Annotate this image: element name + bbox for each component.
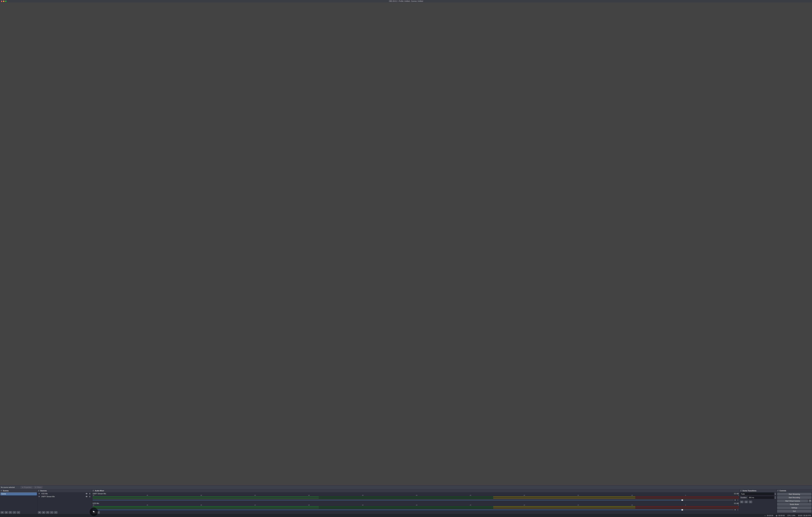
scenes-dock: Scenes Scene [0, 489, 37, 514]
audio-menu-icon[interactable] [737, 499, 739, 501]
controls-dock: Controls Start Streaming Start Recording… [777, 489, 812, 514]
preview-canvas[interactable] [0, 2, 812, 485]
audio-ticks: -60-55-50-45-40-35-30-25-20-15-10-50 [93, 505, 739, 506]
broadcast-icon [764, 515, 766, 517]
scene-filter-button[interactable] [9, 511, 12, 514]
preview-area[interactable] [0, 2, 812, 485]
virtual-camera-settings-button[interactable] [809, 499, 812, 502]
svg-point-10 [750, 502, 751, 502]
svg-point-9 [750, 501, 751, 501]
no-source-label: No source selected [1, 486, 16, 488]
popout-icon[interactable] [0, 490, 2, 492]
properties-label: Properties [24, 486, 31, 488]
microphone-icon [38, 493, 40, 494]
visibility-toggle-icon[interactable] [86, 493, 88, 495]
filters-button[interactable]: Filters [33, 486, 43, 489]
start-recording-button[interactable]: Start Recording [777, 496, 812, 499]
add-source-button[interactable] [38, 511, 41, 514]
source-label: VOD Mix [41, 493, 84, 495]
source-toolbar: No source selected Properties Filters [0, 485, 812, 489]
duration-value: 300 ms [749, 497, 754, 498]
audio-channel-name: UNIFY Stream Mix [93, 493, 106, 495]
settings-button[interactable]: Settings [777, 506, 812, 509]
sources-dock: Sources VOD Mix UNIFY Stream Mix [37, 489, 92, 514]
window-close-button[interactable] [1, 1, 2, 2]
popout-icon[interactable] [38, 490, 39, 492]
svg-point-7 [98, 512, 98, 513]
rec-status: 00:00:00 [776, 515, 785, 517]
live-time: 00:00:00 [767, 515, 773, 517]
status-bar: 00:00:00 00:00:00 CPU: 0.8% 30.00 / 30.0… [0, 514, 812, 517]
duration-input[interactable]: 300 ms [748, 496, 774, 499]
audio-channel: UNIFY Stream Mix 0.0 dB -60-55-50-45-40-… [92, 492, 740, 502]
transition-stepper[interactable] [775, 493, 776, 495]
speaker-icon[interactable] [734, 509, 736, 511]
audio-meter [93, 496, 739, 497]
window-maximize-button[interactable] [5, 1, 6, 2]
audio-channel: VOD Mix 0.0 dB -60-55-50-45-40-35-30-25-… [92, 502, 740, 511]
start-streaming-button[interactable]: Start Streaming [777, 493, 812, 495]
scene-item[interactable]: Scene [0, 492, 37, 495]
svg-point-3 [738, 509, 738, 509]
window-minimize-button[interactable] [3, 1, 4, 2]
audio-settings-button[interactable] [92, 511, 96, 514]
transition-value: Fade [741, 493, 745, 495]
audio-mixer-title: Audio Mixer [95, 490, 104, 492]
move-source-up-button[interactable] [50, 511, 53, 514]
volume-slider[interactable] [93, 510, 733, 510]
lock-toggle-icon[interactable] [89, 495, 91, 497]
volume-handle[interactable] [682, 509, 683, 511]
studio-mode-button[interactable]: Studio Mode [777, 503, 812, 506]
speaker-icon[interactable] [734, 499, 736, 501]
scene-transitions-dock: Scene Transitions Fade Duration 300 ms [740, 489, 777, 514]
move-scene-down-button[interactable] [17, 511, 20, 514]
rec-time: 00:00:00 [778, 515, 785, 517]
move-scene-up-button[interactable] [13, 511, 16, 514]
filters-icon [35, 487, 36, 488]
svg-point-11 [750, 502, 751, 502]
gear-icon [22, 487, 23, 488]
audio-channel-level: 0.0 dB [734, 502, 739, 504]
duration-label: Duration [740, 497, 747, 498]
audio-menu-icon[interactable] [737, 509, 739, 511]
add-transition-button[interactable] [740, 500, 744, 503]
lock-toggle-icon[interactable] [89, 493, 91, 495]
add-scene-button[interactable] [0, 511, 4, 514]
scene-item-label: Scene [1, 493, 6, 495]
microphone-icon [38, 496, 40, 497]
remove-scene-button[interactable] [4, 511, 8, 514]
exit-button[interactable]: Exit [777, 510, 812, 513]
filters-label: Filters [37, 486, 41, 488]
properties-button[interactable]: Properties [21, 486, 33, 489]
source-row[interactable]: VOD Mix [37, 492, 92, 495]
audio-menu-button[interactable] [96, 511, 100, 514]
audio-meter [93, 498, 739, 499]
svg-point-4 [738, 510, 738, 510]
visibility-toggle-icon[interactable] [86, 495, 88, 497]
volume-slider[interactable] [93, 500, 733, 500]
titlebar: OBS 30.0.2 - Profile: Untitled - Scenes:… [0, 0, 812, 2]
start-virtual-camera-button[interactable]: Start Virtual Camera [777, 499, 808, 502]
move-source-down-button[interactable] [54, 511, 57, 514]
record-dot-icon [776, 515, 777, 517]
window-title: OBS 30.0.2 - Profile: Untitled - Scenes:… [389, 0, 423, 2]
remove-transition-button[interactable] [745, 500, 748, 503]
transition-select[interactable]: Fade [740, 492, 774, 495]
audio-mixer-dock: Audio Mixer UNIFY Stream Mix 0.0 dB -60-… [92, 489, 740, 514]
sources-title: Sources [40, 490, 47, 492]
popout-icon[interactable] [740, 490, 742, 492]
popout-icon[interactable] [777, 490, 779, 492]
audio-meter [93, 506, 739, 507]
scene-transitions-title: Scene Transitions [743, 490, 756, 492]
duration-stepper[interactable] [775, 496, 776, 499]
source-row[interactable]: UNIFY Stream Mix [37, 495, 92, 498]
transition-menu-button[interactable] [749, 500, 752, 503]
live-status: 00:00:00 [764, 515, 773, 517]
source-properties-button[interactable] [46, 511, 49, 514]
remove-source-button[interactable] [42, 511, 45, 514]
audio-channel-level: 0.0 dB [734, 493, 739, 495]
volume-handle[interactable] [682, 499, 683, 501]
audio-channel-name: VOD Mix [93, 502, 99, 504]
svg-point-1 [738, 500, 738, 500]
popout-icon[interactable] [92, 490, 94, 492]
